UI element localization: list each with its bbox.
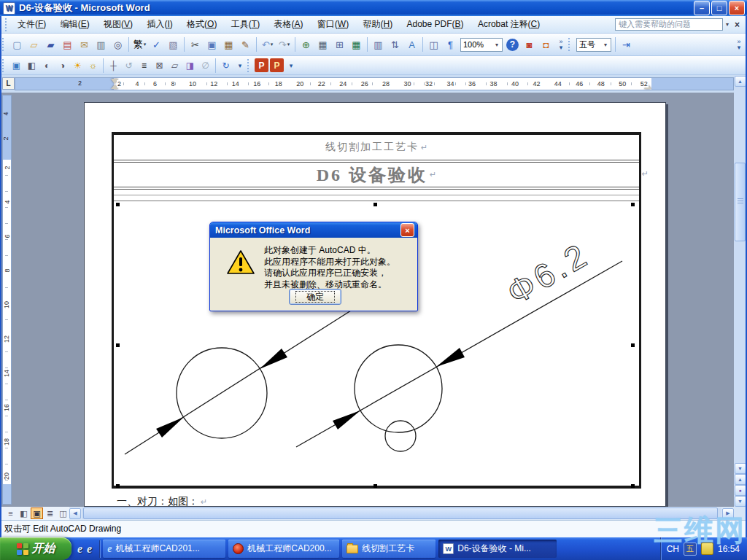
selection-handle[interactable] [116, 343, 120, 347]
select-browse-object-button[interactable]: ● [735, 485, 746, 496]
internet-explorer-icon[interactable]: e [77, 542, 82, 556]
pdf-comment-icon[interactable]: P [270, 58, 284, 72]
menu-item[interactable]: 视图(V) [98, 17, 139, 31]
selection-handle[interactable] [631, 343, 635, 347]
toolbar-options-chevron[interactable]: »▾ [734, 34, 744, 55]
traditional-convert-icon[interactable]: 繁 [132, 37, 147, 52]
tab-selector-button[interactable]: L [2, 77, 15, 90]
compress-pictures-icon[interactable]: ⊠ [152, 58, 166, 72]
normal-view-button[interactable]: ≡ [4, 508, 17, 519]
body-paragraph[interactable]: 一、对刀：如图：↵ [117, 495, 207, 507]
menu-drag-grip[interactable] [5, 18, 9, 31]
help-icon[interactable]: ? [506, 39, 519, 51]
toolbar-drag-grip[interactable] [247, 59, 251, 72]
taskbar-task-folder[interactable]: 线切割工艺卡 [342, 540, 436, 558]
scroll-left-button[interactable]: ◀ [69, 508, 81, 519]
vertical-scrollbar[interactable]: ▲ ▼ ▲ ● ▼ [734, 76, 746, 507]
copy-icon[interactable]: ▣ [204, 37, 220, 52]
permission-icon[interactable]: ▤ [60, 37, 75, 52]
zoom-dropdown-icon[interactable]: ▾ [494, 42, 500, 48]
menu-item[interactable]: 编辑(E) [55, 17, 96, 31]
menu-item[interactable]: Acrobat 注释(C) [472, 17, 546, 31]
selection-handle[interactable] [116, 203, 120, 206]
spelling-icon[interactable]: ✓ [149, 37, 164, 52]
insert-excel-icon[interactable]: ▦ [349, 37, 364, 52]
document-map-icon[interactable]: ◫ [426, 37, 441, 52]
selection-handle[interactable] [116, 484, 120, 488]
text-wrapping-icon[interactable]: ▱ [168, 58, 182, 72]
font-size-select[interactable]: 五号▾ [576, 38, 611, 52]
rotate-left-icon[interactable]: ↺ [122, 58, 136, 72]
ime-icon[interactable]: 五 [684, 542, 697, 556]
wordart-icon[interactable]: A [404, 37, 419, 52]
restore-button[interactable]: □ [711, 1, 727, 15]
scrollbar-thumb[interactable] [83, 508, 718, 519]
zoom-select[interactable]: 100%▾ [460, 38, 503, 52]
save-icon[interactable]: ▰ [43, 37, 58, 52]
format-painter-icon[interactable]: ✎ [238, 37, 253, 52]
tray-icon[interactable] [701, 542, 713, 555]
scrollbar-thumb[interactable] [735, 163, 746, 241]
menu-item[interactable]: 格式(O) [181, 17, 222, 31]
crop-icon[interactable]: ┼ [107, 58, 120, 72]
taskbar-task-browser-1[interactable]: e 机械工程师CAD201... [103, 540, 225, 558]
scroll-down-button[interactable]: ▼ [735, 463, 746, 474]
close-button[interactable]: × [729, 1, 745, 15]
scrollbar-track[interactable] [734, 87, 746, 463]
selection-handle[interactable] [631, 203, 635, 206]
new-document-icon[interactable]: ▢ [9, 37, 25, 52]
columns-icon[interactable]: ▥ [371, 37, 386, 52]
indent-icon[interactable]: ⇥ [619, 37, 634, 52]
doc-search-icon[interactable]: ◙ [522, 37, 537, 52]
outline-view-button[interactable]: ≣ [44, 508, 56, 519]
selection-handle[interactable] [374, 484, 377, 488]
toolbar-drag-grip[interactable] [2, 59, 6, 72]
toolbar-options-chevron[interactable]: ▾ [235, 55, 245, 76]
language-indicator[interactable]: CH [667, 544, 679, 554]
print-icon[interactable]: ▥ [93, 37, 109, 52]
reset-picture-icon[interactable]: ↻ [219, 58, 233, 72]
dialog-close-button[interactable]: × [400, 223, 414, 237]
print-layout-view-button[interactable]: ▣ [31, 508, 43, 519]
selection-handle[interactable] [631, 484, 635, 488]
selection-handle[interactable] [374, 203, 377, 206]
menu-item[interactable]: 工具(T) [225, 17, 266, 31]
convert-to-pdf-icon[interactable]: P [255, 58, 268, 72]
paste-icon[interactable]: ▦ [221, 37, 236, 52]
reading-layout-icon[interactable]: ◘ [538, 37, 554, 52]
toolbar-drag-grip[interactable] [568, 38, 572, 51]
scroll-right-button[interactable]: ▶ [722, 508, 734, 519]
show-hide-icon[interactable]: ¶ [443, 37, 458, 52]
menu-item[interactable]: 表格(A) [268, 17, 309, 31]
insert-picture-icon[interactable]: ▣ [9, 58, 23, 72]
help-question-input[interactable]: 键入需要帮助的问题 [615, 18, 723, 31]
line-style-icon[interactable]: ≡ [137, 58, 151, 72]
taskbar-task-word[interactable]: W D6-设备验收 - Mi... [438, 540, 557, 558]
start-button[interactable]: 开始 [0, 537, 71, 560]
open-folder-icon[interactable]: ▱ [26, 37, 42, 52]
color-mode-icon[interactable]: ◧ [25, 58, 39, 72]
help-dropdown-icon[interactable]: ▾ [724, 21, 730, 28]
taskbar-task-browser-2[interactable]: 机械工程师CAD200... [228, 540, 339, 558]
web-layout-view-button[interactable]: ◧ [18, 508, 30, 519]
font-size-dropdown-icon[interactable]: ▾ [603, 42, 608, 48]
undo-icon[interactable]: ↶ [260, 37, 275, 52]
set-transparent-color-icon[interactable]: ∅ [198, 58, 212, 72]
scrollbar-track[interactable] [82, 508, 721, 519]
toolbar-options-chevron[interactable]: ▾ [286, 55, 296, 76]
more-contrast-icon[interactable]: ◐ [40, 58, 54, 72]
print-preview-icon[interactable]: ◎ [110, 37, 125, 52]
previous-page-button[interactable]: ▲ [735, 474, 746, 485]
browser-icon[interactable]: e [87, 542, 92, 556]
mail-icon[interactable]: ✉ [77, 37, 92, 52]
more-brightness-icon[interactable]: ☀ [71, 58, 85, 72]
menu-item[interactable]: 帮助(H) [357, 17, 399, 31]
redo-icon[interactable]: ↷ [276, 37, 292, 52]
toolbar-options-chevron[interactable]: »▾ [556, 34, 566, 55]
sort-icon[interactable]: ⇅ [387, 37, 403, 52]
cut-icon[interactable]: ✂ [187, 37, 203, 52]
less-contrast-icon[interactable]: ◑ [55, 58, 69, 72]
next-page-button[interactable]: ▼ [735, 496, 746, 507]
hyperlink-icon[interactable]: ⊕ [298, 37, 314, 52]
reading-layout-view-button[interactable]: ◫ [57, 508, 69, 519]
